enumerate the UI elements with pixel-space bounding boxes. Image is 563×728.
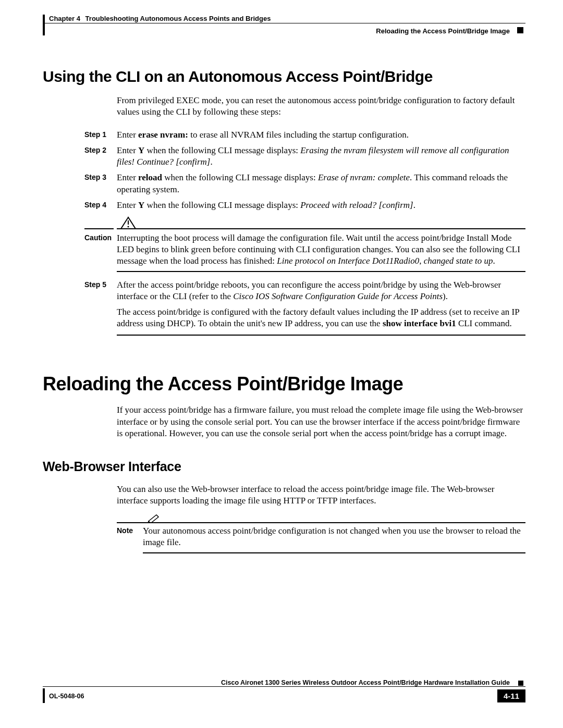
footer-rule <box>43 686 525 687</box>
heading-reload: Reloading the Access Point/Bridge Image <box>43 373 525 395</box>
step-5: Step 5 After the access point/bridge reb… <box>84 279 525 302</box>
post-step-rule <box>117 335 525 336</box>
step-label: Step 5 <box>84 279 117 302</box>
step-label: Step 1 <box>84 129 117 141</box>
doc-title: Cisco IOS Software Configuration Guide f… <box>233 291 443 301</box>
caution-bottom-rule <box>117 271 525 272</box>
note-bottom-rule <box>143 552 525 553</box>
step-label: Step 4 <box>84 200 117 211</box>
footer-doc-id: OL-5048-06 <box>49 693 84 700</box>
cli-message: Line protocol on Interface Dot11Radio0, … <box>277 256 493 266</box>
key-text: Y <box>138 145 144 155</box>
header-side-bar <box>43 15 45 35</box>
caution-block: Caution Interrupting the boot process wi… <box>84 216 525 272</box>
step-4: Step 4 Enter Y when the following CLI me… <box>84 200 525 211</box>
header-section-title: Reloading the Access Point/Bridge Image <box>376 27 510 35</box>
steps-list: Step 1 Enter erase nvram: to erase all N… <box>43 129 525 336</box>
step-label: Step 2 <box>84 145 117 168</box>
chapter-label: Chapter 4 <box>49 15 80 22</box>
header-chapter: Chapter 4 Troubleshooting Autonomous Acc… <box>49 15 271 22</box>
heading-cli: Using the CLI on an Autonomous Access Po… <box>43 68 525 85</box>
text: Enter <box>117 200 138 210</box>
text: Enter <box>117 145 138 155</box>
text: . <box>413 200 415 210</box>
caution-top-rule <box>84 216 525 229</box>
key-text: Y <box>138 200 144 210</box>
text: when the following CLI message displays: <box>144 145 300 155</box>
caution-label: Caution <box>84 232 117 267</box>
header-rule <box>43 23 525 23</box>
step-body: After the access point/bridge reboots, y… <box>117 279 525 302</box>
text: Enter <box>117 172 138 182</box>
note-label: Note <box>117 525 143 548</box>
header-marker-square <box>517 27 523 33</box>
caution-row: Caution Interrupting the boot process wi… <box>84 232 525 267</box>
text: ). <box>443 291 448 301</box>
footer-guide-title: Cisco Aironet 1300 Series Wireless Outdo… <box>218 679 510 686</box>
command-text: erase nvram: <box>138 130 188 140</box>
running-header: Chapter 4 Troubleshooting Autonomous Acc… <box>43 15 525 39</box>
note-body: Your autonomous access point/bridge conf… <box>143 525 525 548</box>
reload-intro: If your access point/bridge has a firmwa… <box>117 404 523 439</box>
step-label: Step 3 <box>84 172 117 195</box>
caution-triangle-icon <box>120 216 137 230</box>
cli-message: Proceed with reload? [confirm] <box>300 200 413 210</box>
page: Chapter 4 Troubleshooting Autonomous Acc… <box>0 0 563 728</box>
heading-web-browser: Web-Browser Interface <box>43 459 525 474</box>
footer-page-number: 4-11 <box>497 689 525 702</box>
caution-body: Interrupting the boot process will damag… <box>117 232 525 267</box>
text: . <box>210 157 212 167</box>
svg-point-2 <box>128 226 129 227</box>
note-block: Note Your autonomous access point/bridge… <box>117 513 525 553</box>
footer-marker-square <box>518 681 523 686</box>
text: Enter <box>117 130 138 140</box>
step-body: Enter Y when the following CLI message d… <box>117 145 525 168</box>
text: CLI command. <box>456 318 512 328</box>
step-body: Enter Y when the following CLI message d… <box>117 200 525 211</box>
text: when the following CLI message displays: <box>162 172 318 182</box>
note-pencil-icon <box>147 513 162 523</box>
step-2: Step 2 Enter Y when the following CLI me… <box>84 145 525 168</box>
text: when the following CLI message displays: <box>144 200 300 210</box>
web-intro: You can also use the Web-browser interfa… <box>117 484 523 507</box>
post-step-paragraph: x The access point/bridge is configured … <box>84 306 525 329</box>
step-3: Step 3 Enter reload when the following C… <box>84 172 525 195</box>
text: to erase all NVRAM files including the s… <box>188 130 409 140</box>
step-body: Enter erase nvram: to erase all NVRAM fi… <box>117 129 525 141</box>
footer-side-bar <box>43 688 45 703</box>
note-top-rule <box>117 513 525 523</box>
step-1: Step 1 Enter erase nvram: to erase all N… <box>84 129 525 141</box>
chapter-title: Troubleshooting Autonomous Access Points… <box>85 15 271 22</box>
cli-intro: From privileged EXEC mode, you can reset… <box>117 95 523 118</box>
command-text: reload <box>138 172 162 182</box>
note-row: Note Your autonomous access point/bridge… <box>117 525 525 548</box>
post-step-body: The access point/bridge is configured wi… <box>117 306 525 329</box>
cli-message: Erase of nvram: complete <box>318 172 410 182</box>
text: . <box>493 256 495 266</box>
running-footer: Cisco Aironet 1300 Series Wireless Outdo… <box>43 683 525 708</box>
command-text: show interface bvi1 <box>383 318 456 328</box>
step-body: Enter reload when the following CLI mess… <box>117 172 525 195</box>
